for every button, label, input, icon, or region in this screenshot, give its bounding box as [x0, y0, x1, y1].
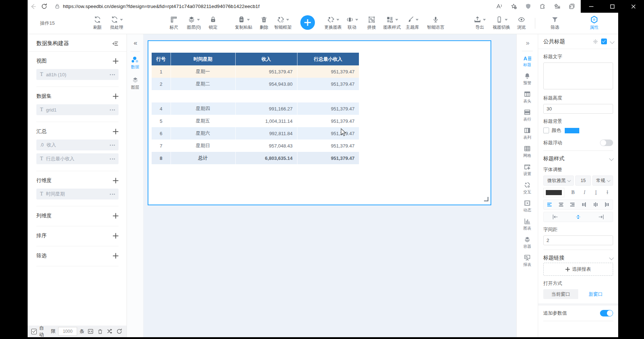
- italic-button[interactable]: I: [579, 190, 591, 195]
- collapse-panel-icon[interactable]: «: [133, 39, 136, 47]
- tab-group-icon[interactable]: [566, 1, 577, 12]
- copy-paste-button[interactable]: 复制粘贴: [235, 15, 252, 30]
- add-icon[interactable]: [113, 213, 119, 219]
- title-text-input[interactable]: [543, 62, 613, 89]
- align-bottom-button[interactable]: [601, 200, 613, 209]
- style-tab-container[interactable]: 容器: [523, 236, 531, 249]
- voice-button[interactable]: 智能语言: [427, 15, 444, 30]
- col-header[interactable]: 收入: [235, 53, 297, 65]
- append-param-toggle[interactable]: [600, 310, 613, 316]
- font-weight-select[interactable]: 常规: [592, 175, 613, 186]
- data-table[interactable]: 行号 时间星期 收入 行总最小收入 1 星期一 951,379.47: [152, 53, 359, 164]
- center-collapse-button[interactable]: [567, 212, 589, 222]
- add-icon[interactable]: [113, 233, 119, 239]
- col-header[interactable]: 行号: [152, 53, 171, 65]
- layers-button[interactable]: 图层(0): [187, 15, 201, 30]
- bg-color-checkbox[interactable]: [543, 128, 549, 133]
- shield-icon[interactable]: [523, 1, 533, 12]
- add-icon[interactable]: [113, 178, 119, 183]
- font-color-picker[interactable]: [543, 188, 564, 197]
- close-button[interactable]: [626, 1, 641, 12]
- field-chip[interactable]: .0 收入: [36, 140, 119, 150]
- tab-data[interactable]: 数据: [131, 57, 139, 70]
- title-float-toggle[interactable]: [600, 140, 613, 146]
- chevron-down-icon[interactable]: [609, 156, 614, 161]
- maximize-button[interactable]: [605, 1, 620, 12]
- linkage-button[interactable]: 联动: [346, 15, 358, 30]
- align-left-button[interactable]: [544, 200, 555, 209]
- add-icon[interactable]: [113, 253, 119, 259]
- add-favorite-icon[interactable]: [508, 1, 519, 12]
- style-tab-grid[interactable]: 网格: [523, 145, 531, 158]
- bold-button[interactable]: B: [567, 190, 579, 195]
- auto-checkbox[interactable]: [31, 329, 37, 334]
- letter-spacing-input[interactable]: [543, 235, 613, 245]
- refresh-page-icon[interactable]: [39, 1, 49, 12]
- style-tab-title[interactable]: A 标题: [523, 56, 531, 68]
- add-icon[interactable]: [113, 129, 119, 134]
- field-chip[interactable]: T grid1: [36, 104, 119, 115]
- bg-color-swatch[interactable]: [565, 128, 579, 133]
- align-center-button[interactable]: [555, 200, 567, 209]
- title-enabled-checkbox[interactable]: [601, 39, 607, 44]
- open-mode-new-window[interactable]: 新窗口: [578, 289, 613, 299]
- col-header[interactable]: 时间星期: [171, 53, 235, 65]
- style-tab-interaction[interactable]: 交互: [523, 181, 531, 195]
- delete-button[interactable]: 删除: [260, 15, 268, 30]
- font-size-input[interactable]: 15: [575, 175, 591, 186]
- strikethrough-button[interactable]: I: [602, 190, 613, 195]
- indent-start-button[interactable]: [544, 212, 567, 222]
- collapse-sidebar-icon[interactable]: [112, 40, 119, 47]
- theme-library-button[interactable]: 主题库: [406, 15, 419, 30]
- change-chart-button[interactable]: 更换图表: [324, 15, 342, 30]
- style-tab-dynamic[interactable]: 动态: [523, 199, 531, 213]
- align-right-button[interactable]: [567, 200, 578, 209]
- style-tab-table-header[interactable]: 表头: [523, 90, 531, 104]
- chevron-down-icon[interactable]: [610, 39, 615, 44]
- more-icon[interactable]: [110, 74, 115, 75]
- style-tab-report[interactable]: 报表: [523, 254, 531, 267]
- more-icon[interactable]: [110, 109, 115, 110]
- indent-end-button[interactable]: [590, 212, 613, 222]
- collapse-props-icon[interactable]: »: [526, 39, 529, 47]
- limit-input[interactable]: [58, 327, 77, 336]
- tab-layer[interactable]: 图层: [131, 76, 139, 90]
- add-icon[interactable]: [113, 93, 119, 99]
- shuffle-icon[interactable]: [106, 328, 113, 335]
- chevron-down-icon[interactable]: [609, 255, 614, 260]
- open-mode-current-window[interactable]: 当前窗口: [543, 289, 578, 299]
- extensions-icon[interactable]: [537, 1, 548, 12]
- more-icon[interactable]: [110, 194, 115, 195]
- style-tab-chart[interactable]: 图表: [523, 218, 531, 231]
- chart-style-button[interactable]: 图表样式: [383, 15, 401, 30]
- field-chip[interactable]: T a81h (10): [36, 69, 119, 80]
- refresh-button[interactable]: 刷新: [93, 15, 102, 30]
- view-switch-button[interactable]: 视图切换: [493, 15, 510, 30]
- gear-icon[interactable]: [593, 39, 598, 44]
- select-report-button[interactable]: 选择报表: [543, 263, 613, 276]
- back-icon[interactable]: [28, 1, 39, 12]
- font-family-select[interactable]: 微软雅黑: [543, 175, 574, 186]
- align-top-button[interactable]: [578, 200, 590, 209]
- design-canvas[interactable]: 行号 时间星期 收入 行总最小收入 1 星期一 951,379.47: [144, 34, 516, 337]
- browse-button[interactable]: 浏览: [517, 15, 526, 30]
- lock-button[interactable]: 锁定: [209, 15, 217, 30]
- properties-button[interactable]: 属性: [590, 15, 599, 30]
- underline-button[interactable]: I: [590, 190, 602, 195]
- batch-button[interactable]: 批处理: [110, 15, 123, 30]
- more-icon[interactable]: [110, 158, 115, 160]
- style-tab-settings[interactable]: 设置: [523, 163, 531, 177]
- preview-sql-icon[interactable]: [87, 328, 94, 335]
- field-chip[interactable]: T 行总最小收入: [36, 153, 119, 164]
- resize-handle[interactable]: [484, 197, 488, 201]
- selected-table-widget[interactable]: 行号 时间星期 收入 行总最小收入 1 星期一 951,379.47: [148, 40, 491, 205]
- url-text[interactable]: https://ow.speedbi.cn/design?fdesign=tru…: [63, 4, 260, 9]
- url-bar[interactable]: https://ow.speedbi.cn/design?fdesign=tru…: [49, 1, 493, 12]
- export-button[interactable]: 导出: [473, 15, 486, 30]
- style-tab-table-column[interactable]: 表列: [523, 127, 531, 140]
- clear-icon[interactable]: [97, 328, 104, 335]
- filter-button[interactable]: 筛选: [551, 15, 559, 30]
- add-widget-button[interactable]: [300, 15, 315, 31]
- align-middle-button[interactable]: [590, 200, 601, 209]
- smart-frame-button[interactable]: 智能框架: [274, 15, 292, 30]
